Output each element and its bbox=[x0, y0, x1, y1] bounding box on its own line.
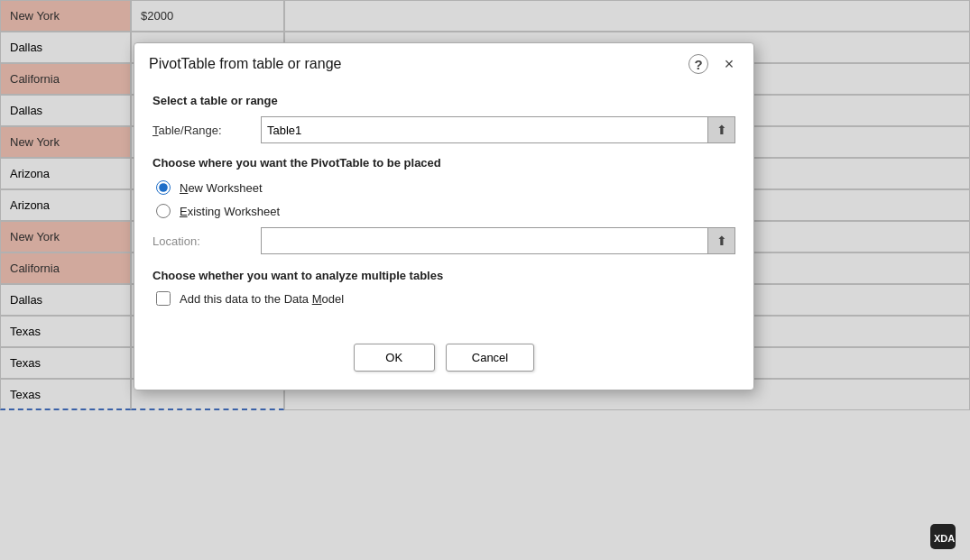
svg-text:XDA: XDA bbox=[934, 533, 955, 544]
data-model-checkbox[interactable] bbox=[156, 291, 171, 306]
existing-worksheet-label[interactable]: Existing Worksheet bbox=[180, 205, 280, 218]
dialog-body: Select a table or range Table/Range: ⬆ C… bbox=[134, 83, 753, 331]
existing-worksheet-radio[interactable] bbox=[156, 204, 171, 218]
table-range-input-wrap: ⬆ bbox=[261, 116, 735, 143]
dialog-footer: OK Cancel bbox=[134, 331, 753, 390]
new-worksheet-radio-row: New Worksheet bbox=[152, 180, 735, 195]
new-worksheet-radio[interactable] bbox=[156, 180, 171, 195]
analyze-section: Choose whether you want to analyze multi… bbox=[152, 269, 735, 306]
location-label: Location: bbox=[152, 234, 261, 248]
xda-watermark: XDA bbox=[930, 524, 956, 549]
new-worksheet-label[interactable]: New Worksheet bbox=[180, 181, 263, 195]
data-model-label[interactable]: Add this data to the Data Model bbox=[180, 292, 344, 306]
dialog-title: PivotTable from table or range bbox=[149, 56, 688, 72]
pivot-dialog: PivotTable from table or range ? × Selec… bbox=[134, 42, 754, 390]
section2-label: Choose where you want the PivotTable to … bbox=[152, 156, 735, 170]
data-model-row: Add this data to the Data Model bbox=[152, 291, 735, 306]
close-button[interactable]: × bbox=[719, 54, 739, 74]
ok-button[interactable]: OK bbox=[354, 344, 435, 372]
location-upload-button[interactable]: ⬆ bbox=[707, 228, 734, 253]
help-button[interactable]: ? bbox=[688, 54, 708, 74]
table-range-row: Table/Range: ⬆ bbox=[152, 116, 735, 143]
dialog-title-controls: ? × bbox=[688, 54, 739, 74]
section1-label: Select a table or range bbox=[152, 94, 735, 107]
location-input[interactable] bbox=[262, 231, 707, 252]
table-range-upload-button[interactable]: ⬆ bbox=[707, 117, 734, 142]
dialog-titlebar: PivotTable from table or range ? × bbox=[134, 43, 753, 83]
existing-worksheet-radio-row: Existing Worksheet bbox=[152, 204, 735, 218]
location-row: Location: ⬆ bbox=[152, 227, 735, 254]
xda-logo-icon: XDA bbox=[930, 524, 956, 549]
location-input-wrap: ⬆ bbox=[261, 227, 735, 254]
section3-label: Choose whether you want to analyze multi… bbox=[152, 269, 735, 282]
cancel-button[interactable]: Cancel bbox=[446, 344, 534, 372]
table-range-input[interactable] bbox=[262, 120, 707, 141]
table-range-label: Table/Range: bbox=[152, 124, 261, 137]
